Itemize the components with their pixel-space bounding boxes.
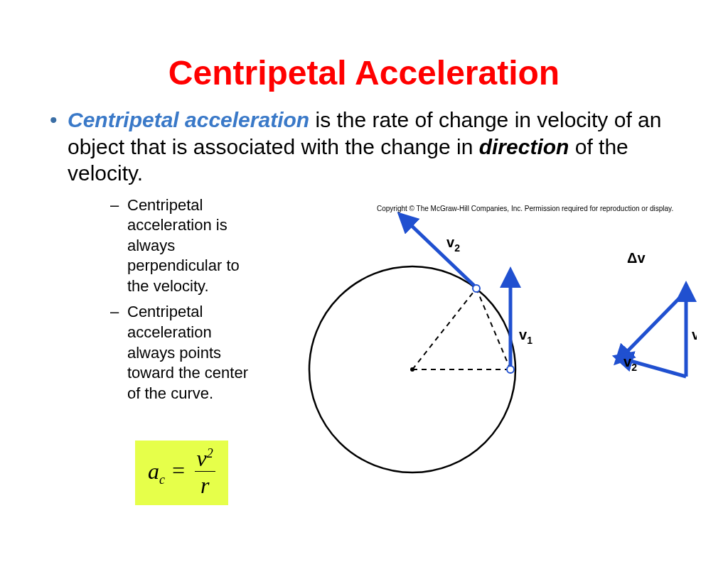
svg-text:v1: v1 <box>519 327 532 346</box>
slide-title: Centripetal Acceleration <box>0 53 728 92</box>
label-v1-sub: 1 <box>527 335 532 346</box>
label-dv-delta: Δ <box>627 250 637 266</box>
formula-c-sub: c <box>159 472 165 487</box>
velocity-diagram: v1 v2 Δv v1 v2 <box>270 199 697 526</box>
sub-bullet-1: Centripetal acceleration is always perpe… <box>110 195 259 297</box>
svg-line-8 <box>407 222 474 286</box>
formula-equals: = <box>165 458 192 483</box>
svg-line-4 <box>476 288 510 369</box>
svg-text:v2: v2 <box>623 354 637 373</box>
svg-line-12 <box>623 291 686 355</box>
formula-a: a <box>148 458 159 484</box>
svg-text:v2: v2 <box>446 234 460 254</box>
formula-centripetal-acceleration: ac = v2 r <box>135 441 228 505</box>
svg-line-3 <box>412 288 476 369</box>
formula-r: r <box>195 472 215 499</box>
label-dv-v: v <box>637 250 646 266</box>
formula-v: v <box>197 445 207 471</box>
svg-text:v1: v1 <box>692 327 697 346</box>
svg-point-5 <box>507 366 514 373</box>
label-v2-sub: 2 <box>454 242 460 254</box>
formula-2-sup: 2 <box>207 446 213 460</box>
label-tri-v1-main: v <box>692 327 697 342</box>
bullet-bold-direction: direction <box>479 135 569 158</box>
sub-bullet-list: Centripetal acceleration is always perpe… <box>110 195 259 404</box>
svg-text:Δv: Δv <box>627 250 646 266</box>
term-centripetal: Centripetal acceleration <box>68 108 309 131</box>
sub-bullet-2: Centripetal acceleration always points t… <box>110 302 259 404</box>
label-tri-v2-sub: 2 <box>631 362 637 373</box>
